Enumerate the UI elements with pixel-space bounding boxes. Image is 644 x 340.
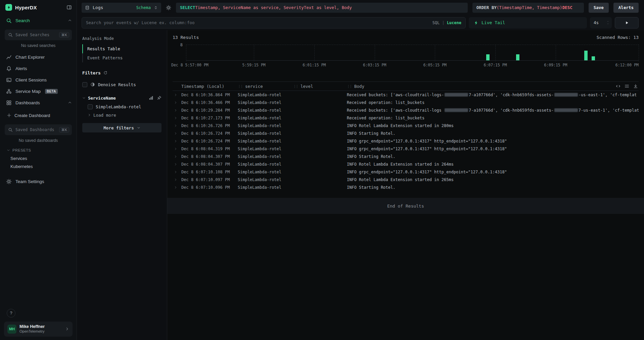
x-axis-tick-label: 6:05:15 PM <box>423 63 447 67</box>
chevron-down-icon[interactable] <box>606 23 609 25</box>
row-expand-chevron-icon[interactable] <box>173 124 181 127</box>
sidebar-item-search[interactable]: Search <box>0 15 77 26</box>
cell-timestamp: Dec 8 6:08:04.307 PM <box>181 162 238 167</box>
refresh-icon[interactable] <box>103 71 107 75</box>
saved-dashboards-input[interactable] <box>15 127 56 132</box>
chevron-up-icon <box>68 18 72 22</box>
histogram-bar[interactable] <box>486 54 490 60</box>
column-header-level[interactable]: ⋮⋮ level <box>293 84 347 89</box>
schema-link[interactable]: Schema <box>136 5 151 10</box>
row-expand-chevron-icon[interactable] <box>173 101 181 104</box>
mode-lucene-toggle[interactable]: Lucene <box>447 20 461 25</box>
refresh-interval-stepper[interactable]: 4s <box>590 17 612 29</box>
download-icon[interactable] <box>633 84 638 89</box>
cell-service: SimpleLambda-rotel <box>238 170 293 174</box>
lightning-icon <box>474 20 478 25</box>
sidebar-item-chart-explorer[interactable]: Chart Explorer <box>0 51 77 63</box>
histogram-bar[interactable] <box>592 56 595 60</box>
table-row[interactable]: Dec 8 6:07:10.096 PMSimpleLambda-rotelIN… <box>173 183 639 191</box>
sidebar-item-alerts[interactable]: Alerts <box>0 63 77 74</box>
save-button[interactable]: Save <box>589 3 609 13</box>
denoise-results-option[interactable]: Denoise Results <box>82 80 162 89</box>
histogram-bar[interactable] <box>584 51 588 60</box>
orderby-fields: (TimestampTime, Timestamp) <box>497 5 562 10</box>
search-input[interactable] <box>86 20 430 25</box>
event-search-box[interactable]: SQL | Lucene <box>82 17 466 29</box>
table-row[interactable]: Dec 8 6:10:36.864 PMSimpleLambda-rotelRe… <box>173 91 639 99</box>
sidebar-collapse-icon[interactable] <box>66 5 72 10</box>
column-header-timestamp[interactable]: Timestamp (Local) <box>181 84 238 89</box>
rows-icon[interactable] <box>625 84 629 89</box>
drag-handle-icon[interactable]: ⋮⋮ <box>293 84 298 88</box>
cell-timestamp: Dec 8 6:10:27.173 PM <box>181 116 238 120</box>
run-query-button[interactable] <box>615 17 639 29</box>
live-tail-button[interactable]: Live Tail <box>469 17 587 29</box>
table-row[interactable]: Dec 8 6:10:26.724 PMSimpleLambda-rotelIN… <box>173 137 639 145</box>
table-row[interactable]: Dec 8 6:07:10.108 PMSimpleLambda-rotelIN… <box>173 168 639 176</box>
help-button[interactable]: ? <box>7 309 15 318</box>
column-header-body[interactable]: ⋮⋮ Body <box>347 84 639 89</box>
presets-header[interactable]: PRESETS <box>0 146 77 154</box>
row-expand-chevron-icon[interactable] <box>173 178 181 181</box>
table-row[interactable]: Dec 8 6:10:27.173 PMSimpleLambda-rotelRe… <box>173 114 639 122</box>
table-row[interactable]: Dec 8 6:10:26.726 PMSimpleLambda-rotelIN… <box>173 122 639 129</box>
query-settings-gear-icon[interactable] <box>166 5 171 10</box>
row-expand-chevron-icon[interactable] <box>173 170 181 174</box>
row-expand-chevron-icon[interactable] <box>173 139 181 143</box>
facet-option-checkbox[interactable] <box>88 104 93 109</box>
histogram-plot[interactable] <box>186 45 639 61</box>
sidebar-item-client-sessions[interactable]: Client Sessions <box>0 74 77 86</box>
saved-searches-search[interactable]: ⌘K <box>5 30 72 40</box>
row-expand-chevron-icon[interactable] <box>173 109 181 112</box>
table-row[interactable]: Dec 8 6:08:04.319 PMSimpleLambda-rotelIN… <box>173 145 639 153</box>
column-header-service[interactable]: ⋮⋮ service <box>238 84 293 89</box>
preset-item-services[interactable]: Services <box>0 154 77 162</box>
analysis-mode-label: Analysis Mode <box>82 36 162 41</box>
table-row[interactable]: Dec 8 6:08:04.307 PMSimpleLambda-rotelIN… <box>173 160 639 168</box>
facet-chart-icon[interactable] <box>149 96 153 100</box>
sql-select-editor[interactable]: SELECT Timestamp, ServiceName as service… <box>176 3 468 13</box>
alerts-button[interactable]: Alerts <box>613 3 639 13</box>
table-row[interactable]: Dec 8 6:10:26.724 PMSimpleLambda-rotelIN… <box>173 129 639 137</box>
row-expand-chevron-icon[interactable] <box>173 155 181 158</box>
preset-item-kubernetes[interactable]: Kubernetes <box>0 162 77 170</box>
mode-sql-toggle[interactable]: SQL <box>432 20 440 25</box>
create-dashboard-button[interactable]: Create Dashboard <box>0 110 77 121</box>
sidebar-item-service-map[interactable]: Service Map BETA <box>0 86 77 97</box>
cell-timestamp: Dec 8 6:08:04.307 PM <box>181 154 238 159</box>
source-select[interactable]: Logs Schema <box>82 3 161 13</box>
table-row[interactable]: Dec 8 6:08:04.307 PMSimpleLambda-rotelIN… <box>173 153 639 160</box>
facet-option[interactable]: SimpleLambda-rotel <box>88 102 162 111</box>
saved-dashboards-search[interactable]: ⌘K <box>5 124 72 135</box>
x-axis-labels: Dec 8 5:57:00 PM5:59:15 PM6:01:15 PM6:03… <box>186 61 639 67</box>
more-filters-button[interactable]: More filters <box>82 123 162 132</box>
row-expand-chevron-icon[interactable] <box>173 116 181 120</box>
saved-searches-input[interactable] <box>15 33 56 37</box>
drag-handle-icon[interactable]: ⋮⋮ <box>347 84 352 88</box>
row-expand-chevron-icon[interactable] <box>173 147 181 151</box>
histogram-bar[interactable] <box>516 54 519 60</box>
facet-header[interactable]: ServiceName <box>82 94 162 102</box>
cell-service: SimpleLambda-rotel <box>238 93 293 97</box>
table-row[interactable]: Dec 8 6:10:36.466 PMSimpleLambda-rotelRe… <box>173 99 639 106</box>
chevron-up-icon[interactable] <box>606 20 609 22</box>
code-icon[interactable] <box>616 84 620 89</box>
sidebar-item-team-settings[interactable]: Team Settings <box>0 176 77 187</box>
user-card[interactable]: MH Mike Heffner OpenTelemetry <box>4 322 73 337</box>
drag-handle-icon[interactable]: ⋮⋮ <box>238 84 242 88</box>
load-more-label: Load more <box>93 113 116 118</box>
row-expand-chevron-icon[interactable] <box>173 163 181 166</box>
redacted-text <box>554 93 578 97</box>
denoise-checkbox[interactable] <box>82 82 87 87</box>
analysis-mode-results-table[interactable]: Results Table <box>82 44 162 53</box>
row-expand-chevron-icon[interactable] <box>173 132 181 135</box>
order-by-editor[interactable]: ORDER BY (TimestampTime, Timestamp) DESC <box>472 3 584 13</box>
pin-icon[interactable] <box>157 96 162 100</box>
row-expand-chevron-icon[interactable] <box>173 93 181 97</box>
table-row[interactable]: Dec 8 6:10:29.284 PMSimpleLambda-rotelRe… <box>173 106 639 114</box>
sidebar-item-dashboards[interactable]: Dashboards <box>0 97 77 108</box>
analysis-mode-event-patterns[interactable]: Event Patterns <box>82 53 162 62</box>
table-row[interactable]: Dec 8 6:07:10.097 PMSimpleLambda-rotelIN… <box>173 176 639 183</box>
load-more-link[interactable]: Load more <box>88 111 162 119</box>
row-expand-chevron-icon[interactable] <box>173 186 181 189</box>
